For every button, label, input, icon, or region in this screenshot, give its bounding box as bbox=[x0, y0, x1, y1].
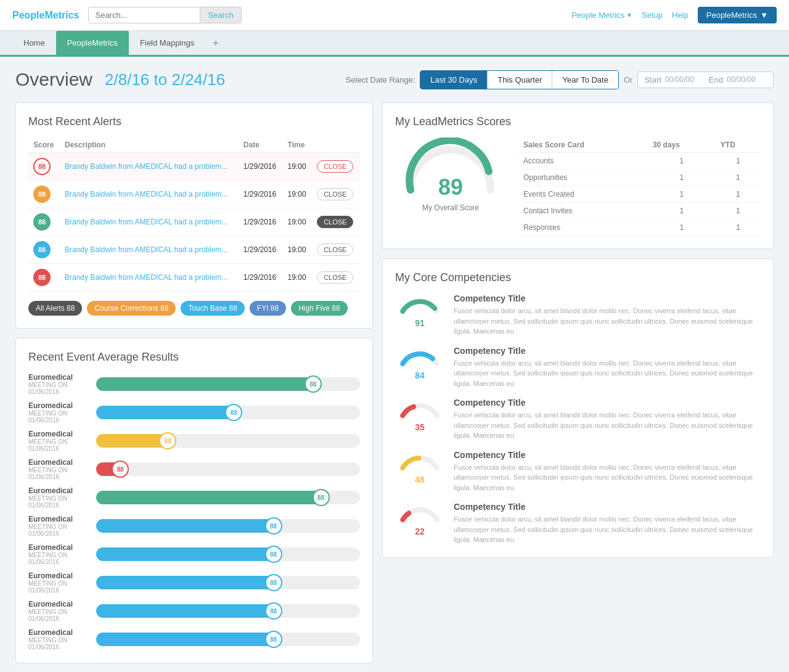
bar-score: 88 bbox=[265, 517, 282, 535]
event-company: Euromedical bbox=[28, 486, 90, 495]
recent-events-card: Recent Event Average Results Euromedical… bbox=[15, 338, 373, 663]
close-alert-button[interactable]: CLOSE bbox=[317, 188, 353, 200]
competency-desc: Fusce vehicula dolor arcu, sit amet blan… bbox=[454, 462, 761, 493]
overview-date: 2/8/16 to 2/24/16 bbox=[105, 70, 225, 89]
mini-gauge: 35 bbox=[395, 398, 444, 428]
alert-date: 1/29/2016 bbox=[239, 181, 283, 208]
event-date: MEETING ON 01/06/2016 bbox=[28, 523, 90, 537]
bar-fill: 88 bbox=[96, 547, 281, 561]
event-label: Euromedical MEETING ON 01/06/2016 bbox=[28, 458, 90, 480]
competency-list: 91 Competency Title Fusce vehicula dolor… bbox=[395, 293, 761, 545]
year-to-date-button[interactable]: Year To Date bbox=[552, 71, 618, 89]
close-alert-button[interactable]: CLOSE bbox=[317, 160, 353, 173]
or-label: Or bbox=[624, 75, 632, 84]
alert-desc: Brandy Baldwin from AMEDICAL had a probl… bbox=[60, 181, 239, 208]
event-company: Euromedical bbox=[28, 572, 90, 580]
bar-container: 88 bbox=[96, 491, 360, 504]
date-range-select: Select Date Range: Last 30 Days This Qua… bbox=[346, 70, 774, 89]
help-nav[interactable]: Help bbox=[672, 10, 689, 20]
ytd-header: YTD bbox=[716, 137, 761, 153]
bar-score: 88 bbox=[159, 432, 176, 449]
lead-score-row: Responses11 bbox=[518, 219, 761, 236]
alert-close-cell: CLOSE bbox=[312, 264, 360, 292]
score-ytd: 1 bbox=[716, 170, 761, 186]
date-buttons: Last 30 Days This Quarter Year To Date bbox=[420, 70, 619, 89]
bar-score: 88 bbox=[265, 631, 282, 648]
tab-peoplemetrics[interactable]: PeopleMetrics bbox=[56, 31, 129, 55]
scores-table: Sales Score Card 30 days YTD Accounts11O… bbox=[518, 137, 761, 236]
event-date: MEETING ON 01/06/2016 bbox=[28, 410, 90, 424]
mini-gauge-svg: 48 bbox=[395, 450, 444, 487]
alert-desc: Brandy Baldwin from AMEDICAL had a probl… bbox=[60, 236, 239, 264]
alert-tag[interactable]: Touch Base 88 bbox=[181, 301, 244, 316]
event-date: MEETING ON 01/06/2016 bbox=[28, 467, 90, 480]
lead-score-row: Events Created11 bbox=[518, 186, 761, 203]
event-label: Euromedical MEETING ON 01/06/2016 bbox=[28, 543, 90, 565]
people-metrics-nav[interactable]: People Metrics ▼ bbox=[571, 10, 632, 20]
event-row: Euromedical MEETING ON 01/06/2016 88 bbox=[28, 401, 360, 424]
mini-gauge: 91 bbox=[395, 293, 444, 324]
gauge-label: My Overall Score bbox=[422, 203, 479, 212]
tab-add-button[interactable]: + bbox=[205, 31, 226, 55]
alert-time: 19:00 bbox=[283, 181, 313, 208]
alert-time: 19:00 bbox=[283, 153, 313, 181]
close-alert-button[interactable]: CLOSE bbox=[317, 271, 353, 284]
score-label: Opportunities bbox=[518, 170, 648, 186]
event-date: MEETING ON 01/06/2016 bbox=[28, 382, 90, 395]
event-label: Euromedical MEETING ON 01/06/2016 bbox=[28, 373, 90, 395]
event-date: MEETING ON 01/06/2016 bbox=[28, 438, 90, 452]
left-column: Most Recent Alerts Score Description Dat… bbox=[15, 102, 373, 663]
this-quarter-button[interactable]: This Quarter bbox=[488, 71, 552, 89]
alert-time: 19:00 bbox=[283, 236, 313, 264]
search-button[interactable]: Search bbox=[200, 7, 240, 23]
start-date-input[interactable] bbox=[665, 75, 705, 84]
user-button[interactable]: PeopleMetrics ▼ bbox=[698, 7, 777, 23]
alert-tag[interactable]: FYI 88 bbox=[250, 301, 286, 316]
alert-time: 19:00 bbox=[283, 208, 313, 236]
bar-container: 88 bbox=[96, 633, 360, 646]
bar-fill: 88 bbox=[96, 604, 281, 618]
logo: PeopleMetrics bbox=[12, 10, 79, 21]
top-navigation: PeopleMetrics Search People Metrics ▼ Se… bbox=[0, 0, 789, 31]
bar-container: 88 bbox=[96, 604, 360, 618]
close-alert-button[interactable]: CLOSE bbox=[317, 244, 353, 256]
competency-item: 91 Competency Title Fusce vehicula dolor… bbox=[395, 293, 761, 337]
event-company: Euromedical bbox=[28, 430, 90, 438]
close-alert-button[interactable]: CLOSE bbox=[317, 216, 353, 228]
lead-score-row: Opportunities11 bbox=[518, 170, 761, 186]
end-date-input[interactable] bbox=[727, 75, 767, 84]
event-label: Euromedical MEETING ON 01/06/2016 bbox=[28, 430, 90, 452]
bar-score: 88 bbox=[265, 602, 282, 620]
last-30-days-button[interactable]: Last 30 Days bbox=[420, 71, 488, 89]
tab-field-mappings[interactable]: Field Mappings bbox=[129, 31, 205, 55]
mini-gauge-svg: 22 bbox=[395, 502, 444, 539]
chevron-down-icon: ▼ bbox=[760, 10, 768, 20]
competency-desc: Fusce vehicula dolor arcu, sit amet blan… bbox=[454, 358, 761, 389]
alert-date: 1/29/2016 bbox=[239, 208, 283, 236]
col-action bbox=[312, 137, 360, 153]
alert-close-cell: CLOSE bbox=[312, 153, 360, 181]
search-input[interactable] bbox=[89, 7, 200, 23]
lead-metrics-card: My LeadMetrics Scores 89 My Overall Scor… bbox=[382, 102, 774, 249]
event-label: Euromedical MEETING ON 01/06/2016 bbox=[28, 572, 90, 594]
select-date-label: Select Date Range: bbox=[346, 75, 415, 84]
event-date: MEETING ON 01/06/2016 bbox=[28, 637, 90, 650]
alert-tag[interactable]: Course Corrections 88 bbox=[87, 301, 176, 316]
alert-tag[interactable]: High Five 88 bbox=[291, 301, 347, 316]
alert-score: 88 bbox=[28, 153, 60, 181]
score-label: Accounts bbox=[518, 153, 648, 170]
alert-date: 1/29/2016 bbox=[239, 264, 283, 292]
event-company: Euromedical bbox=[28, 458, 90, 467]
tab-home[interactable]: Home bbox=[12, 31, 56, 55]
tab-navigation: Home PeopleMetrics Field Mappings + bbox=[0, 31, 789, 57]
setup-nav[interactable]: Setup bbox=[642, 10, 663, 20]
start-label: Start bbox=[644, 75, 661, 84]
score-30days: 1 bbox=[648, 203, 716, 219]
competency-title: Competency Title bbox=[454, 502, 761, 512]
event-row: Euromedical MEETING ON 01/06/2016 88 bbox=[28, 628, 360, 650]
bar-fill: 88 bbox=[96, 434, 175, 448]
alerts-title: Most Recent Alerts bbox=[28, 115, 360, 128]
svg-text:91: 91 bbox=[415, 318, 425, 328]
competency-item: 84 Competency Title Fusce vehicula dolor… bbox=[395, 346, 761, 389]
alert-tag[interactable]: All Alerts 88 bbox=[28, 301, 82, 316]
